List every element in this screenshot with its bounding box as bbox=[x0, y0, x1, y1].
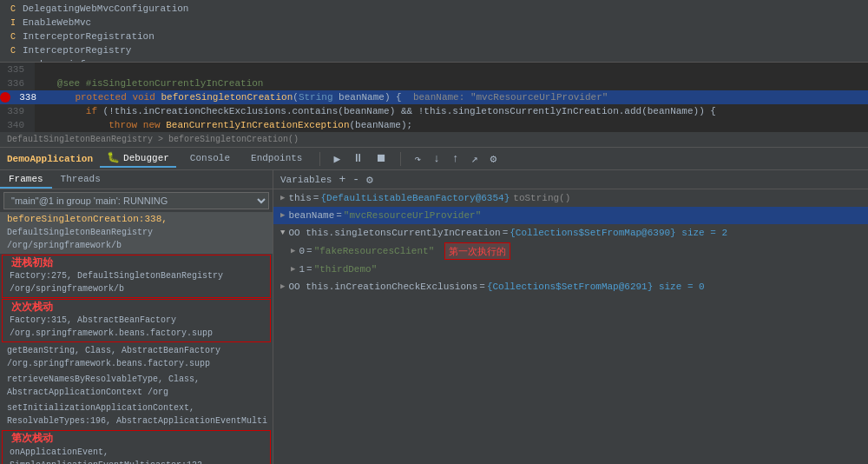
frame-item: 次次栈动 Factory:315, AbstractBeanFactory /o… bbox=[3, 300, 270, 341]
var-list: ▶ this = {DefaultListableBeanFactory@635… bbox=[273, 189, 868, 464]
tab-endpoints[interactable]: Endpoints bbox=[244, 151, 309, 167]
evaluate-button[interactable]: ⚙ bbox=[488, 151, 500, 167]
file-tree-item[interactable]: C InterceptorRegistry bbox=[0, 43, 868, 57]
frame-detail: beforeSingletonCreation:338, DefaultSing… bbox=[7, 213, 269, 252]
var-equals: = bbox=[503, 225, 509, 241]
variables-panel: Variables + - ⚙ ▶ this = {DefaultListabl… bbox=[273, 170, 868, 464]
frame-item[interactable]: retrieveNamesByResolvableType, Class, Ab… bbox=[0, 372, 273, 401]
var-item-singletons[interactable]: ▼ OO this.singletonsCurrentlyInCreation … bbox=[273, 224, 868, 242]
frame-detail: 次次栈动 Factory:315, AbstractBeanFactory /o… bbox=[10, 301, 266, 340]
var-name: beanName bbox=[288, 208, 334, 223]
resume-button[interactable]: ▶ bbox=[331, 151, 343, 167]
var-settings-button[interactable]: ⚙ bbox=[366, 173, 373, 187]
frame-class: Factory:275, DefaultSingletonBeanRegistr… bbox=[10, 269, 266, 295]
var-item-this[interactable]: ▶ this = {DefaultListableBeanFactory@635… bbox=[273, 189, 868, 207]
keyword: if bbox=[86, 106, 97, 116]
thread-selector[interactable]: "main"@1 in group 'main': RUNNING bbox=[3, 192, 269, 209]
stop-button[interactable]: ⏹ bbox=[373, 151, 390, 166]
variables-title: Variables bbox=[280, 175, 332, 185]
file-tree-item[interactable]: C InterceptorRegistration bbox=[0, 30, 868, 43]
var-value: "thirdDemo" bbox=[314, 262, 378, 277]
var-equals: = bbox=[336, 208, 342, 223]
frame-method: beforeSingletonCreation:338, bbox=[7, 213, 269, 226]
code-line-338-active: 338 protected void beforeSingletonCreati… bbox=[0, 90, 868, 104]
breakpoint-marker bbox=[0, 92, 10, 103]
tab-console[interactable]: Console bbox=[183, 151, 237, 167]
var-name: 1 bbox=[299, 262, 305, 277]
var-item-beanname[interactable]: ▶ beanName = "mvcResourceUrlProvider" bbox=[273, 207, 868, 224]
file-tree: C DelegatingWebMvcConfiguration I Enable… bbox=[0, 0, 868, 63]
expand-triangle: ▶ bbox=[291, 262, 295, 277]
tab-label: Frames bbox=[9, 174, 43, 184]
var-collapse-button[interactable]: - bbox=[352, 173, 359, 186]
file-tree-item[interactable]: C DelegatingWebMvcConfiguration bbox=[0, 2, 868, 16]
tab-label: Console bbox=[190, 153, 230, 163]
annotated-frame-item[interactable]: 次次栈动 Factory:315, AbstractBeanFactory /o… bbox=[2, 299, 271, 342]
frame-item[interactable]: setInitializationApplicationContext, Res… bbox=[0, 401, 273, 429]
frame-detail: 进栈初始 Factory:275, DefaultSingletonBeanRe… bbox=[10, 256, 266, 295]
active-frame-item[interactable]: beforeSingletonCreation:338, DefaultSing… bbox=[0, 212, 273, 254]
annotated-frame-item[interactable]: 第次栈动 onApplicationEvent, SimpleApplicati… bbox=[2, 430, 271, 464]
line-number: 340 bbox=[0, 118, 31, 132]
step-over-button[interactable]: ↷ bbox=[411, 151, 424, 167]
class-icon: C bbox=[7, 30, 19, 43]
first-exec-label: 第一次执行的 bbox=[444, 242, 510, 260]
frame-cn-label: 第次栈动 bbox=[10, 432, 55, 444]
tab-label: Endpoints bbox=[251, 153, 302, 163]
run-to-cursor-button[interactable]: ↗ bbox=[469, 151, 481, 167]
frame-list: beforeSingletonCreation:338, DefaultSing… bbox=[0, 212, 273, 464]
line-content: throw new BeanCurrentlyInCreationExcepti… bbox=[35, 118, 412, 132]
code-line-340: 340 throw new BeanCurrentlyInCreationExc… bbox=[0, 118, 868, 132]
var-name: this bbox=[288, 190, 311, 206]
file-tree-item[interactable]: I EnableWebMvc bbox=[0, 16, 868, 30]
var-expand-button[interactable]: + bbox=[339, 173, 345, 186]
expand-triangle: ▶ bbox=[291, 243, 295, 259]
tab-threads[interactable]: Threads bbox=[52, 170, 109, 189]
exception-class: BeanCurrentlyInCreationException bbox=[166, 120, 349, 130]
line-num-container: 340 bbox=[0, 118, 35, 132]
var-name: OO this.inCreationCheckExclusions bbox=[288, 279, 477, 295]
inline-value: beanName: "mvcResourceUrlProvider" bbox=[413, 92, 608, 103]
frame-item[interactable]: getBeanString, Class, AbstractBeanFactor… bbox=[0, 343, 273, 372]
pause-button[interactable]: ⏸ bbox=[350, 151, 366, 166]
expand-triangle: ▶ bbox=[280, 208, 285, 223]
keyword: protected void bbox=[75, 92, 155, 103]
tab-frames[interactable]: Frames bbox=[0, 170, 52, 189]
var-value: "mvcResourceUrlProvider" bbox=[344, 208, 481, 223]
var-value: {DefaultListableBeanFactory@6354} bbox=[320, 190, 510, 206]
method-name: beforeSingletonCreation bbox=[161, 92, 293, 103]
frame-class: DefaultSingletonBeanRegistry /org/spring… bbox=[7, 226, 269, 252]
line-content-active: protected void beforeSingletonCreation(S… bbox=[47, 90, 608, 104]
class-icon: C bbox=[7, 3, 19, 15]
var-value: {Collections$SetFromMap@6390} size = 2 bbox=[510, 225, 727, 241]
var-tostring: toString() bbox=[513, 190, 570, 206]
line-content: if (!this.inCreationCheckExclusions.cont… bbox=[35, 104, 716, 118]
var-equals: = bbox=[306, 243, 312, 259]
step-out-button[interactable]: ↑ bbox=[450, 151, 462, 166]
var-value: {Collections$SetFromMap@6291} size = 0 bbox=[487, 279, 705, 295]
frame-class: onApplicationEvent, SimpleApplicationEve… bbox=[10, 446, 266, 464]
annotated-frame-item[interactable]: 进栈初始 Factory:275, DefaultSingletonBeanRe… bbox=[2, 255, 271, 298]
line-content bbox=[35, 63, 46, 76]
code-line-335: 335 bbox=[0, 63, 868, 76]
step-into-button[interactable]: ↓ bbox=[431, 151, 443, 166]
var-item-exclusions[interactable]: ▶ OO this.inCreationCheckExclusions = {C… bbox=[273, 278, 868, 295]
toolbar-separator bbox=[319, 152, 320, 166]
debug-toolbar: DemoApplication 🐛 Debugger Console Endpo… bbox=[0, 148, 868, 170]
var-panel-header: Variables + - ⚙ bbox=[273, 170, 868, 189]
frame-item: 第次栈动 onApplicationEvent, SimpleApplicati… bbox=[3, 431, 270, 464]
tab-label: Debugger bbox=[123, 153, 169, 163]
var-item-singleton-1[interactable]: ▶ 1 = "thirdDemo" bbox=[273, 261, 868, 278]
app-name: DemoApplication bbox=[7, 154, 93, 164]
line-number: 339 bbox=[0, 104, 31, 118]
line-number-active: 338 bbox=[12, 90, 43, 104]
code: this.singletonsCurrentlyInCreation bbox=[424, 106, 618, 116]
line-num-container: 339 bbox=[0, 104, 35, 118]
var-item-singleton-0[interactable]: ▶ 0 = "fakeResourcesClient" 第一次执行的 bbox=[273, 242, 868, 261]
var-equals: = bbox=[306, 262, 312, 277]
tab-debugger[interactable]: 🐛 Debugger bbox=[100, 149, 176, 168]
frame-detail: 第次栈动 onApplicationEvent, SimpleApplicati… bbox=[10, 432, 266, 464]
line-number: 336 bbox=[0, 76, 31, 90]
type: String bbox=[299, 92, 333, 103]
expand-triangle: ▶ bbox=[280, 279, 285, 295]
